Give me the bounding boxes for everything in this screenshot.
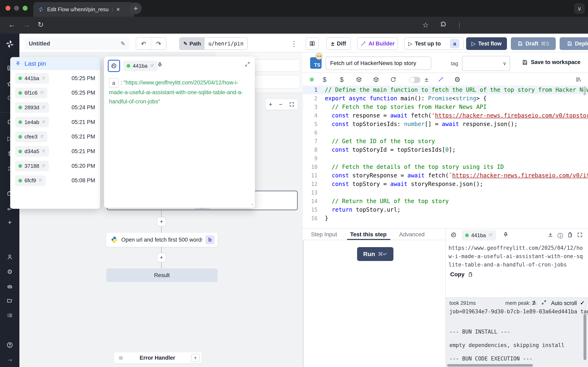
library-icon[interactable] (575, 76, 582, 83)
pin-item[interactable]: 441ba05:25 PM (13, 71, 97, 86)
insert-step-button[interactable]: + (157, 253, 166, 262)
external-link-icon[interactable] (42, 163, 46, 169)
pin-item[interactable]: 1e4ab05:21 PM (13, 115, 97, 129)
history-icon[interactable] (450, 232, 457, 239)
minimize-window-button[interactable] (14, 6, 19, 11)
sidebar-folders-icon[interactable] (6, 297, 13, 304)
draft-button[interactable]: Draft ⌘S (511, 37, 556, 50)
sidebar-help-icon[interactable] (6, 342, 13, 349)
code-line[interactable]: 14 // Return the URL of the top story (303, 197, 588, 206)
code-editor[interactable]: 1// Define the main function to fetch th… (303, 86, 588, 228)
fit-view-icon[interactable] (289, 102, 294, 107)
code-line[interactable]: 4 const response = await fetch('https://… (303, 111, 588, 120)
resize-grip[interactable] (250, 202, 254, 207)
bookmark-star-icon[interactable]: ☆ (422, 21, 429, 29)
code-line[interactable]: 10 // Fetch the details of the top story… (303, 163, 588, 171)
docs-book-button[interactable] (306, 37, 319, 50)
back-icon[interactable]: ← (8, 20, 16, 29)
editor-scrollbar[interactable] (584, 86, 586, 95)
result-node[interactable]: Result (106, 268, 218, 282)
close-window-button[interactable] (6, 6, 10, 11)
ai-builder-button[interactable]: AI Builder (357, 37, 398, 50)
step-title-input[interactable] (326, 57, 431, 70)
log-vertical-scrollbar[interactable] (584, 314, 586, 360)
code-line[interactable]: 15 return topStory.url; (303, 206, 588, 214)
pin-job-pill[interactable]: 1e4ab (15, 117, 49, 127)
edit-title-pencil-icon[interactable]: ✎ (121, 40, 125, 47)
package-icon[interactable] (355, 76, 363, 83)
pin-icon[interactable] (157, 62, 163, 69)
plusminus-icon[interactable]: ± (423, 76, 430, 83)
zoom-in-icon[interactable]: + (269, 101, 272, 108)
code-line[interactable]: 5 const topStoriesIds: number[] = await … (303, 120, 588, 128)
tab-step-input[interactable]: Step Input (311, 231, 337, 238)
insert-step-button[interactable]: + (157, 217, 166, 226)
external-link-icon[interactable] (42, 75, 46, 82)
sidebar-settings-gear-icon[interactable]: ⚙ (6, 268, 13, 275)
external-link-icon[interactable] (488, 232, 493, 239)
code-line[interactable]: 8 const topStoryId = topStoriesIds[0]; (303, 146, 588, 154)
sidebar-user-icon[interactable] (6, 253, 13, 260)
info-icon[interactable]: ⓘ (557, 232, 563, 240)
external-link-icon[interactable] (42, 148, 46, 155)
expand-logs-icon[interactable] (541, 300, 546, 306)
package-icon[interactable] (372, 76, 380, 83)
pin-job-pill[interactable]: d34a5 (15, 146, 49, 157)
diff-mode-toggle[interactable] (409, 77, 420, 83)
zoom-out-icon[interactable]: − (279, 101, 283, 108)
pin-icon[interactable] (503, 232, 509, 239)
pin-job-pill[interactable]: 441ba (15, 73, 49, 83)
pin-item[interactable]: 6fcf905:08 PM (13, 173, 97, 188)
code-line[interactable]: 6 (303, 128, 588, 137)
code-line[interactable]: 16} (303, 214, 588, 223)
pin-item[interactable]: 3718805:20 PM (13, 159, 97, 173)
pin-job-pill[interactable]: 6fcf9 (15, 175, 46, 186)
autoscroll-label[interactable]: Auto scroll (551, 300, 577, 307)
result-job-pill[interactable]: 441ba (462, 230, 496, 241)
code-line[interactable]: 12 const topStory = await storyResponse.… (303, 180, 588, 188)
sidebar-ai-robot-icon[interactable] (6, 283, 13, 290)
save-to-workspace-button[interactable]: Save to workspace (522, 59, 580, 66)
diff-button[interactable]: ± Diff (326, 37, 351, 50)
sidebar-collapse-arrow-icon[interactable]: → (6, 355, 13, 362)
code-line[interactable]: 11 const storyResponse = await fetch(`ht… (303, 171, 588, 180)
add-error-handler-button[interactable]: + (191, 354, 200, 362)
forward-icon[interactable]: → (23, 20, 30, 29)
popup-job-pill[interactable]: 441ba (123, 60, 158, 71)
error-handler-node[interactable]: Error Handler + (114, 352, 202, 363)
path-control[interactable]: ✎ Path u/henri/pin (179, 37, 248, 50)
python-step-node[interactable]: Open url and fetch first 500 words of ..… (106, 233, 218, 247)
reload-icon[interactable] (389, 76, 397, 83)
pin-item[interactable]: 6f1c605:25 PM (13, 86, 97, 100)
settings-gear-icon[interactable]: ⚙ (454, 76, 461, 83)
code-line[interactable]: 1// Define the main function to fetch th… (303, 86, 588, 94)
redo-button[interactable]: ↷ (151, 38, 166, 50)
test-flow-button[interactable]: ▷ Test flow (466, 37, 507, 50)
tab-test-this-step[interactable]: Test this step (350, 231, 387, 238)
pin-job-pill[interactable]: 2893d (15, 102, 49, 113)
download-result-icon[interactable] (548, 232, 553, 239)
external-link-icon[interactable] (150, 63, 154, 69)
flow-title-field[interactable]: Untitled ✎ (25, 37, 130, 50)
download-logs-icon[interactable] (532, 300, 537, 306)
tab-close-icon[interactable]: × (116, 6, 120, 13)
code-line[interactable]: 2export async function main(): Promise<s… (303, 94, 588, 103)
autoscroll-check-icon[interactable]: ✓ (580, 300, 585, 306)
tab-advanced[interactable]: Advanced (399, 231, 425, 238)
copy-button[interactable]: Copy (450, 271, 473, 278)
sidebar-add-icon[interactable]: + (6, 219, 13, 226)
tag-select[interactable]: ∨ (462, 56, 510, 71)
pin-item[interactable]: 2893d05:24 PM (13, 100, 97, 115)
external-link-icon[interactable] (40, 90, 44, 96)
external-link-icon[interactable] (42, 119, 46, 125)
variables-dollar-icon[interactable]: $ (321, 76, 328, 83)
tab-overflow-button[interactable]: ∨ (574, 3, 585, 14)
external-link-icon[interactable] (42, 104, 46, 111)
run-button[interactable]: Run ⌘↵ (357, 247, 393, 261)
pin-item[interactable]: d34a505:21 PM (13, 144, 97, 159)
deploy-button[interactable]: Deploy (560, 37, 588, 50)
ai-wand-icon[interactable] (437, 76, 444, 83)
clipboard-icon[interactable] (567, 232, 573, 239)
reload-icon[interactable]: ↻ (38, 20, 44, 29)
more-options-kebab-icon[interactable]: ⋮ (290, 37, 298, 50)
